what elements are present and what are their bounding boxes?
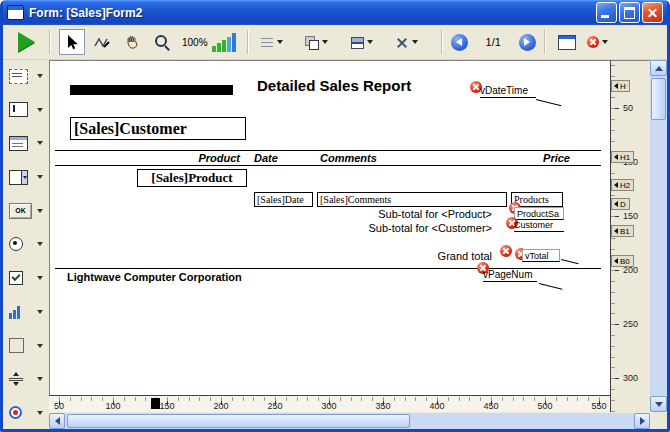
scroll-right-button[interactable]	[634, 413, 650, 429]
zoom-bars[interactable]	[212, 32, 236, 52]
marker-arrow-icon	[614, 201, 618, 207]
horizontal-scroll-track[interactable]	[65, 413, 634, 429]
level-menu-button[interactable]	[392, 29, 421, 55]
marker-label: B1	[620, 227, 630, 236]
subtotal-customer-label[interactable]: Sub-total for <Customer>	[290, 222, 492, 234]
scroll-down-button[interactable]	[650, 396, 667, 412]
customer-subtotal-variable[interactable]: Customer	[514, 220, 564, 232]
area-marker[interactable]: H2	[611, 179, 634, 191]
text-tool[interactable]	[5, 64, 47, 88]
close-button[interactable]	[642, 2, 663, 23]
ruler-number: 500	[537, 401, 552, 411]
toolbar: 100% 1/1	[3, 25, 667, 60]
customer-field[interactable]: [Sales]Customer	[70, 117, 246, 140]
column-header-date[interactable]: Date	[254, 152, 278, 164]
arrow-left-icon	[456, 38, 462, 46]
level-icon	[395, 36, 409, 49]
total-variable[interactable]: vTotal	[522, 249, 560, 262]
button-tool[interactable]: OK	[5, 199, 47, 223]
chevron-down-icon	[37, 108, 43, 112]
indicator-tool-icon	[9, 305, 24, 319]
area-marker[interactable]: B1	[611, 225, 634, 237]
titlebar[interactable]: Form: [Sales]Form2	[3, 0, 667, 25]
magnifier-icon	[155, 35, 170, 50]
title-black-bar[interactable]	[70, 85, 233, 95]
distribute-icon	[350, 36, 364, 49]
marker-arrow-icon	[614, 228, 618, 234]
scroll-up-button[interactable]	[650, 60, 667, 76]
area-marker[interactable]: H1	[611, 151, 634, 163]
text-tool-icon	[9, 69, 28, 84]
indicator-tool[interactable]	[5, 300, 47, 324]
checkbox-tool[interactable]	[5, 266, 47, 290]
ruler-number: 50	[54, 401, 64, 411]
pagenum-variable[interactable]: vPageNum	[483, 269, 537, 282]
field-tool[interactable]	[5, 98, 47, 122]
variable-marker-icon[interactable]	[500, 245, 512, 257]
rectangle-tool[interactable]	[5, 334, 47, 358]
marker-label: H	[620, 82, 626, 91]
entry-order-tool-button[interactable]	[89, 29, 115, 55]
execute-form-button[interactable]	[11, 29, 41, 55]
comments-field[interactable]: [Sales]Comments	[317, 192, 507, 207]
header-line-top[interactable]	[55, 150, 601, 151]
header-line-bottom[interactable]	[55, 165, 601, 166]
vertical-scroll-thumb[interactable]	[651, 78, 666, 120]
plugin-area-tool[interactable]	[5, 401, 47, 425]
column-header-price[interactable]: Price	[530, 152, 570, 164]
area-marker[interactable]: H	[611, 80, 630, 92]
pointer-tool-button[interactable]	[59, 29, 85, 55]
prev-page-button[interactable]	[451, 34, 468, 51]
insert-object-menu-button[interactable]	[584, 29, 611, 55]
diagonal-line[interactable]	[561, 259, 579, 264]
splitter-tool[interactable]	[5, 367, 47, 391]
listbox-tool[interactable]	[5, 131, 47, 155]
form-properties-button[interactable]	[554, 29, 580, 55]
maximize-button[interactable]	[619, 2, 640, 23]
vertical-scroll-track[interactable]	[650, 76, 667, 396]
ruler-number: 350	[375, 401, 390, 411]
combobox-tool-icon	[9, 170, 28, 185]
area-marker[interactable]: B0	[611, 255, 634, 267]
align-menu-button[interactable]	[257, 29, 286, 55]
area-marker[interactable]: D	[611, 198, 630, 210]
ruler-number: 150	[623, 211, 638, 221]
horizontal-scroll-thumb[interactable]	[67, 414, 410, 428]
product-field[interactable]: [Sales]Product	[137, 169, 247, 187]
minimize-button[interactable]	[596, 2, 617, 23]
form-canvas[interactable]: Detailed Sales Report vDateTime [Sales]C…	[49, 60, 610, 395]
toolbar-separator	[441, 30, 443, 54]
distribute-menu-button[interactable]	[347, 29, 376, 55]
diagonal-line[interactable]	[536, 99, 561, 106]
subtotal-product-label[interactable]: Sub-total for <Product>	[290, 208, 492, 220]
horizontal-scrollbar[interactable]	[49, 412, 650, 429]
diagonal-line[interactable]	[539, 283, 563, 290]
vertical-scrollbar[interactable]	[650, 60, 667, 412]
marker-label: H2	[620, 181, 630, 190]
arrange-menu-button[interactable]	[302, 29, 331, 55]
listbox-tool-icon	[9, 136, 28, 151]
combobox-tool[interactable]	[5, 165, 47, 189]
column-header-product[interactable]: Product	[145, 152, 240, 164]
page-indicator: 1/1	[486, 36, 501, 48]
product-subtotal-variable[interactable]: ProductSa	[514, 207, 564, 220]
zoom-tool-button[interactable]	[149, 29, 175, 55]
report-title-label[interactable]: Detailed Sales Report	[257, 77, 411, 94]
zoom-control[interactable]: 100%	[179, 29, 239, 55]
object-palette: OK	[3, 60, 49, 429]
next-page-button[interactable]	[519, 34, 536, 51]
toolbar-separator	[49, 30, 51, 54]
radio-tool[interactable]	[5, 232, 47, 256]
scroll-left-button[interactable]	[49, 413, 65, 429]
chevron-down-icon	[37, 242, 43, 246]
window-title: Form: [Sales]Form2	[29, 6, 596, 20]
vdatetime-variable[interactable]: vDateTime	[480, 85, 536, 98]
field-tool-icon	[9, 102, 28, 117]
column-header-comments[interactable]: Comments	[320, 152, 377, 164]
hand-tool-button[interactable]	[119, 29, 145, 55]
company-label[interactable]: Lightwave Computer Corporation	[67, 271, 242, 283]
grand-total-label[interactable]: Grand total	[290, 250, 492, 262]
marker-arrow-icon	[614, 83, 618, 89]
date-field[interactable]: [Sales]Date	[254, 192, 313, 207]
zoom-level-label: 100%	[182, 37, 208, 48]
